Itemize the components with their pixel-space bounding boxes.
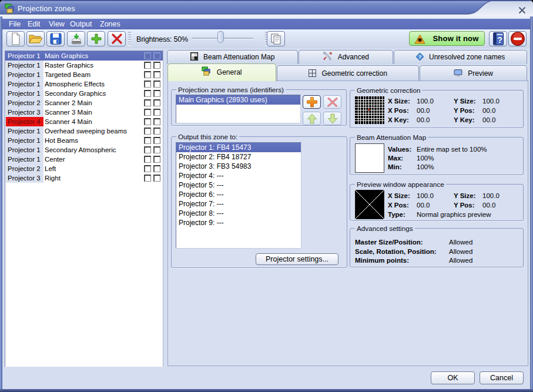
svg-text:?: ? <box>497 35 502 45</box>
svg-text:?: ? <box>418 54 421 60</box>
